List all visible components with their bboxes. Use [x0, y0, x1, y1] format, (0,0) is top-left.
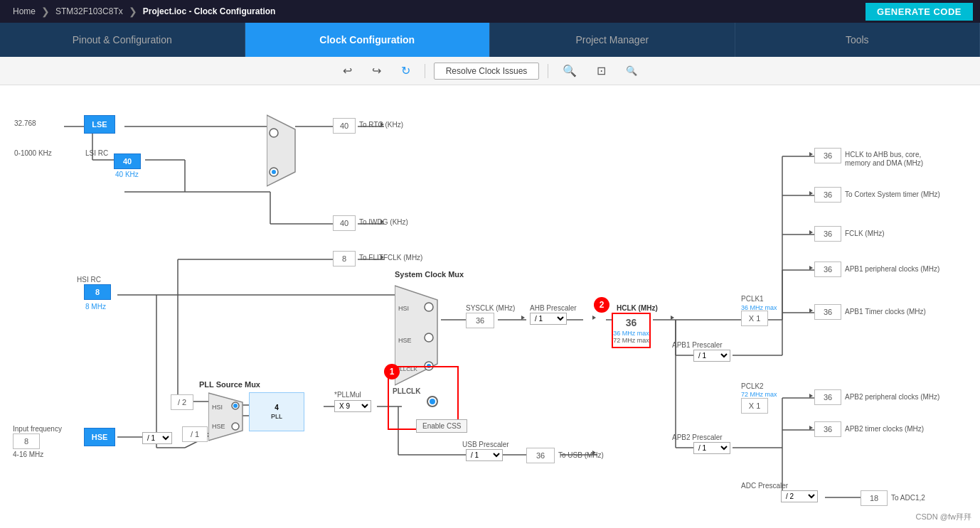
out-fclk-box[interactable]: 36	[814, 226, 841, 242]
pclk1-label: PCLK1	[741, 295, 764, 303]
lsi-rc-label: LSI RC	[85, 149, 108, 157]
pllmul-select[interactable]: X 9 X 2 X 3	[334, 400, 371, 412]
sys-clock-mux-label: System Clock Mux	[395, 270, 464, 279]
tab-tools[interactable]: Tools	[735, 23, 981, 57]
generate-code-button[interactable]: GENERATE CODE	[866, 3, 973, 21]
zoom-out-button[interactable]: 🔍	[620, 63, 643, 79]
out-ahb-label: HCLK to AHB bus, core,	[845, 151, 921, 158]
out-apb1-periph-box[interactable]: 36	[814, 262, 841, 277]
resolve-clock-button[interactable]: Resolve Clock Issues	[434, 63, 540, 80]
out-ahb-box[interactable]: 36	[814, 148, 841, 163]
pclk2-label: PCLK2	[741, 382, 764, 390]
iwdg-value-box[interactable]: 40	[333, 215, 356, 231]
sys-clock-mux-shape: HSI HSE PLLCLK	[395, 279, 444, 392]
to-flitfclk-label: To FLITFCLK (MHz)	[359, 254, 422, 262]
badge-1: 1	[384, 364, 400, 379]
hsi-mhz-label: 8 MHz	[85, 303, 106, 311]
freq-32-label: 32.768	[14, 119, 36, 127]
out-apb1-timer-label: APB1 Timer clocks (MHz)	[845, 308, 926, 316]
adc-prescaler-select[interactable]: / 2	[781, 490, 818, 502]
usb-value-box[interactable]: 36	[526, 448, 555, 463]
svg-text:HSI: HSI	[212, 404, 223, 411]
pllclk-radio[interactable]	[427, 396, 438, 407]
pllmul-label: *PLLMul	[334, 391, 361, 399]
undo-button[interactable]: ↩	[337, 61, 358, 80]
pll-source-mux-label: PLL Source Mux	[199, 380, 260, 389]
out-cortex-box[interactable]: 36	[814, 187, 841, 203]
pll-source-mux-shape: HSI HSE	[208, 389, 247, 446]
hclk-value-box[interactable]: 36 36 MHz max 72 MHz max	[612, 313, 651, 348]
hse-range-label: 4-16 MHz	[13, 451, 43, 458]
out-cortex-label: To Cortex System timer (MHz)	[845, 190, 940, 198]
toolbar: ↩ ↪ ↻ Resolve Clock Issues 🔍 ⊡ 🔍	[0, 57, 980, 85]
svg-marker-69	[809, 266, 813, 270]
svg-text:HSI: HSI	[398, 305, 409, 312]
lse-lsi-mux	[267, 108, 299, 200]
hse-post-select[interactable]: / 1	[142, 432, 172, 444]
ahb-prescaler-label: AHB Prescaler	[530, 304, 577, 312]
hsi-prediv-box: / 2	[171, 394, 193, 410]
hsi-value-box[interactable]: 8	[84, 284, 111, 300]
breadcrumb-home[interactable]: Home	[7, 6, 41, 16]
top-bar: Home ❯ STM32F103C8Tx ❯ Project.ioc - Clo…	[0, 0, 980, 23]
svg-marker-65	[671, 316, 674, 320]
tab-project[interactable]: Project Manager	[490, 23, 735, 57]
svg-marker-63	[521, 316, 525, 320]
to-iwdg-label: To IWDG (KHz)	[359, 218, 408, 226]
sysclk-value-box[interactable]: 36	[466, 313, 494, 328]
svg-marker-71	[809, 394, 813, 398]
apb2-prescaler-select[interactable]: / 1	[693, 442, 730, 454]
to-usb-label: To USB (MHz)	[558, 451, 604, 459]
toolbar-separator	[425, 64, 425, 78]
clock-canvas: 32.768 LSE LSI RC 0-1000 KHz 40 40 KHz 4…	[0, 85, 980, 528]
lsi-khz-label: 40 KHz	[115, 171, 139, 178]
lsi-range-label: 0-1000 KHz	[14, 149, 52, 157]
refresh-button[interactable]: ↻	[395, 61, 416, 80]
lse-box: LSE	[84, 115, 115, 134]
enable-css-button[interactable]: Enable CSS	[416, 419, 467, 433]
out-apb2-periph-box[interactable]: 36	[814, 389, 841, 405]
svg-marker-66	[809, 152, 813, 156]
lsi-value-box[interactable]: 40	[114, 153, 141, 169]
breadcrumb-sep2: ❯	[129, 6, 137, 17]
tab-clock[interactable]: Clock Configuration	[245, 23, 491, 57]
svg-point-82	[425, 303, 433, 311]
out-apb1-periph-label: APB1 peripheral clocks (MHz)	[845, 265, 939, 273]
hse-prediv-box: / 1	[182, 426, 208, 442]
input-freq-box[interactable]: 8	[13, 433, 40, 449]
apb1-prescaler-select[interactable]: / 1	[693, 350, 730, 362]
svg-point-77	[272, 170, 276, 174]
out-apb2-timer-label: APB2 timer clocks (MHz)	[845, 425, 924, 433]
flitfclk-value-box[interactable]: 8	[333, 251, 356, 266]
svg-marker-86	[208, 393, 243, 441]
redo-button[interactable]: ↪	[366, 61, 387, 80]
svg-marker-64	[592, 316, 596, 320]
pll-box: 4 PLL	[249, 392, 304, 431]
svg-point-83	[425, 333, 433, 342]
breadcrumb-project: Project.ioc - Clock Configuration	[137, 6, 282, 16]
ahb-prescaler-select[interactable]: / 1	[530, 313, 567, 325]
tab-pinout[interactable]: Pinout & Configuration	[0, 23, 245, 57]
svg-point-91	[232, 423, 239, 430]
apb2-x1-box: X 1	[741, 398, 768, 414]
out-adc-box[interactable]: 18	[861, 490, 888, 506]
svg-marker-72	[809, 426, 813, 430]
out-apb1-timer-box[interactable]: 36	[814, 304, 841, 320]
svg-marker-67	[809, 191, 813, 195]
fit-button[interactable]: ⊡	[591, 61, 612, 80]
sysclk-label: SYSCLK (MHz)	[466, 304, 515, 312]
apb1-x1-box: X 1	[741, 311, 768, 326]
breadcrumb-chip[interactable]: STM32F103C8Tx	[50, 6, 129, 16]
zoom-in-button[interactable]: 🔍	[557, 61, 582, 80]
breadcrumb-sep1: ❯	[41, 6, 50, 17]
rtc-value-box[interactable]: 40	[333, 118, 356, 134]
apb1-label: APB1 Prescaler	[672, 341, 723, 349]
badge-2: 2	[594, 297, 609, 313]
apb2-label: APB2 Prescaler	[672, 433, 723, 441]
usb-prescaler-select[interactable]: / 1	[466, 449, 503, 461]
out-ahb-label2: memory and DMA (MHz)	[845, 159, 923, 167]
tab-bar: Pinout & Configuration Clock Configurati…	[0, 23, 980, 57]
svg-text:HSE: HSE	[212, 423, 225, 430]
out-apb2-timer-box[interactable]: 36	[814, 421, 841, 437]
usb-prescaler-label: USB Prescaler	[462, 441, 509, 448]
